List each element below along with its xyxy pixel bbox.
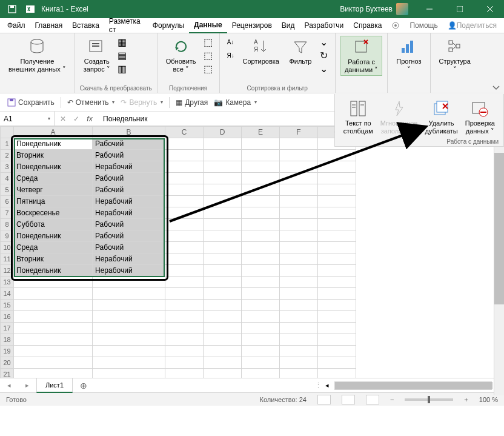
- cell-A6[interactable]: Пятница: [14, 196, 93, 207]
- cell-B9[interactable]: Рабочий: [93, 230, 165, 242]
- cell-A1[interactable]: Понедельник: [14, 138, 93, 150]
- menu-layout[interactable]: Разметка ст: [104, 18, 148, 33]
- cell-A15[interactable]: [14, 300, 93, 311]
- cell-B17[interactable]: [93, 323, 165, 334]
- menu-view[interactable]: Вид: [277, 18, 300, 33]
- cell-F14[interactable]: [280, 288, 318, 300]
- cell-G6[interactable]: [318, 196, 356, 207]
- cell-A20[interactable]: [14, 357, 93, 369]
- show-queries-button[interactable]: ▦: [116, 36, 128, 48]
- cell-A19[interactable]: [14, 346, 93, 357]
- cell-G13[interactable]: [318, 277, 356, 288]
- cell-C16[interactable]: [165, 311, 204, 323]
- scrollbar-thumb[interactable]: [494, 153, 504, 304]
- view-layout-button[interactable]: [342, 395, 355, 404]
- cell-C5[interactable]: [165, 184, 204, 196]
- qa-camera-button[interactable]: 📷 Камера ▾: [214, 98, 257, 107]
- cell-B6[interactable]: Нерабочий: [93, 196, 165, 207]
- cell-G14[interactable]: [318, 288, 356, 300]
- cell-F17[interactable]: [280, 323, 318, 334]
- cell-F1[interactable]: [280, 138, 318, 150]
- cell-A7[interactable]: Воскресенье: [14, 207, 93, 219]
- row-header-4[interactable]: 4: [1, 173, 14, 184]
- cell-E2[interactable]: [242, 150, 280, 161]
- cell-G17[interactable]: [318, 323, 356, 334]
- row-header-1[interactable]: 1: [1, 138, 14, 150]
- cell-F13[interactable]: [280, 277, 318, 288]
- sort-za-button[interactable]: Я↓: [225, 49, 237, 61]
- add-sheet-button[interactable]: ⊕: [73, 381, 94, 391]
- cell-F2[interactable]: [280, 150, 318, 161]
- cell-E8[interactable]: [242, 219, 280, 230]
- flash-fill-button[interactable]: Мгновенное заполнение: [377, 98, 422, 136]
- cell-G16[interactable]: [318, 311, 356, 323]
- cell-D12[interactable]: [204, 265, 242, 277]
- cell-E11[interactable]: [242, 253, 280, 265]
- cell-C19[interactable]: [165, 346, 204, 357]
- cell-F4[interactable]: [280, 173, 318, 184]
- save-icon[interactable]: [7, 4, 17, 14]
- tell-me-icon[interactable]: [386, 18, 405, 33]
- cell-E18[interactable]: [242, 334, 280, 346]
- forecast-button[interactable]: Прогноз ˅: [393, 36, 425, 75]
- col-header-F[interactable]: F: [280, 127, 318, 138]
- cell-A5[interactable]: Четверг: [14, 184, 93, 196]
- cell-E10[interactable]: [242, 242, 280, 253]
- cell-B10[interactable]: Рабочий: [93, 242, 165, 253]
- cell-G3[interactable]: [318, 161, 356, 173]
- cell-G19[interactable]: [318, 346, 356, 357]
- cell-D6[interactable]: [204, 196, 242, 207]
- cell-F6[interactable]: [280, 196, 318, 207]
- cell-F18[interactable]: [280, 334, 318, 346]
- cell-B5[interactable]: Рабочий: [93, 184, 165, 196]
- horizontal-scrollbar[interactable]: [334, 381, 492, 390]
- clear-filter-button[interactable]: ⌄: [318, 36, 330, 48]
- cell-D15[interactable]: [204, 300, 242, 311]
- cell-D17[interactable]: [204, 323, 242, 334]
- cell-E20[interactable]: [242, 357, 280, 369]
- cell-A18[interactable]: [14, 334, 93, 346]
- cell-E7[interactable]: [242, 207, 280, 219]
- cell-B7[interactable]: Нерабочий: [93, 207, 165, 219]
- collapse-ribbon-icon[interactable]: [492, 84, 500, 95]
- get-external-data-button[interactable]: Получение внешних данных ˅: [5, 36, 70, 75]
- row-header-21[interactable]: 21: [1, 369, 14, 378]
- cell-C6[interactable]: [165, 196, 204, 207]
- row-header-11[interactable]: 11: [1, 253, 14, 265]
- cell-F3[interactable]: [280, 161, 318, 173]
- cell-C15[interactable]: [165, 300, 204, 311]
- new-query-button[interactable]: Создать запрос ˅: [80, 36, 114, 75]
- row-header-3[interactable]: 3: [1, 161, 14, 173]
- data-validation-button[interactable]: Проверка данных ˅: [462, 98, 499, 136]
- recent-sources-button[interactable]: ▥: [116, 62, 128, 75]
- cell-B18[interactable]: [93, 334, 165, 346]
- cell-E3[interactable]: [242, 161, 280, 173]
- advanced-filter-button[interactable]: ⌄: [318, 62, 330, 75]
- select-all-cell[interactable]: [1, 127, 14, 138]
- cell-D3[interactable]: [204, 161, 242, 173]
- col-header-B[interactable]: B: [93, 127, 165, 138]
- cell-A11[interactable]: Вторник: [14, 253, 93, 265]
- cell-F16[interactable]: [280, 311, 318, 323]
- row-header-7[interactable]: 7: [1, 207, 14, 219]
- cell-G11[interactable]: [318, 253, 356, 265]
- cell-C9[interactable]: [165, 230, 204, 242]
- close-button[interactable]: [476, 0, 504, 18]
- cell-D1[interactable]: [204, 138, 242, 150]
- row-header-8[interactable]: 8: [1, 219, 14, 230]
- cell-G9[interactable]: [318, 230, 356, 242]
- cell-B16[interactable]: [93, 311, 165, 323]
- menu-formulas[interactable]: Формулы: [148, 18, 189, 33]
- sheet-tab-1[interactable]: Лист1: [36, 378, 73, 393]
- cell-A14[interactable]: [14, 288, 93, 300]
- cell-E6[interactable]: [242, 196, 280, 207]
- hscroll-thumb[interactable]: [335, 382, 492, 389]
- cell-E12[interactable]: [242, 265, 280, 277]
- menu-file[interactable]: Файл: [2, 18, 30, 33]
- col-header-E[interactable]: E: [242, 127, 280, 138]
- row-header-5[interactable]: 5: [1, 184, 14, 196]
- cell-B1[interactable]: Рабочий: [93, 138, 165, 150]
- cell-A2[interactable]: Вторник: [14, 150, 93, 161]
- maximize-button[interactable]: [446, 0, 474, 18]
- cell-A3[interactable]: Понедельник: [14, 161, 93, 173]
